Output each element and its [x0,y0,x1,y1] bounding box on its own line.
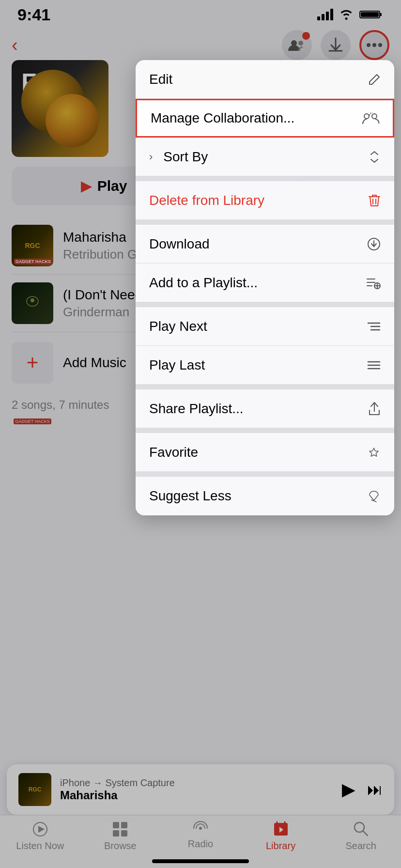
menu-item-play-next[interactable]: Play Next [136,307,394,346]
download-circle-icon [367,237,381,251]
menu-item-add-playlist[interactable]: Add to a Playlist... [136,264,394,302]
share-playlist-label: Share Playlist... [149,401,244,417]
svg-point-10 [364,114,369,119]
menu-separator-2 [136,220,394,225]
play-last-label: Play Last [149,357,205,373]
menu-separator-6 [136,472,394,477]
collaboration-icon [362,111,379,125]
menu-item-manage-collaboration[interactable]: Manage Collaboration... [136,99,394,138]
menu-item-suggest-less[interactable]: Suggest Less [136,477,394,515]
edit-icon [368,73,381,86]
manage-collaboration-label: Manage Collaboration... [151,110,294,126]
svg-point-11 [372,114,377,119]
trash-icon [368,194,381,207]
share-icon [368,402,381,416]
delete-label: Delete from Library [149,193,264,208]
sort-icon [368,151,381,163]
suggest-less-label: Suggest Less [149,488,231,504]
menu-item-delete[interactable]: Delete from Library [136,181,394,220]
favorite-icon [367,446,381,459]
menu-item-play-last[interactable]: Play Last [136,346,394,385]
edit-label: Edit [149,72,172,87]
menu-item-edit[interactable]: Edit [136,60,394,99]
menu-separator-5 [136,428,394,433]
add-playlist-label: Add to a Playlist... [149,275,258,291]
menu-separator-1 [136,176,394,181]
menu-separator-3 [136,302,394,307]
play-next-icon [367,321,381,332]
context-menu: Edit Manage Collaboration... › Sort By D… [136,60,394,515]
play-next-label: Play Next [149,319,207,334]
menu-item-download[interactable]: Download [136,225,394,264]
add-playlist-icon [366,277,381,289]
sort-chevron-icon: › [149,151,153,163]
menu-item-sort-by[interactable]: › Sort By [136,138,394,176]
menu-separator-4 [136,385,394,389]
play-last-icon [367,360,381,371]
suggest-less-icon [367,489,381,503]
menu-item-favorite[interactable]: Favorite [136,433,394,472]
download-label: Download [149,236,210,252]
sort-by-label: Sort By [163,149,208,165]
favorite-label: Favorite [149,445,198,460]
menu-item-share-playlist[interactable]: Share Playlist... [136,389,394,428]
